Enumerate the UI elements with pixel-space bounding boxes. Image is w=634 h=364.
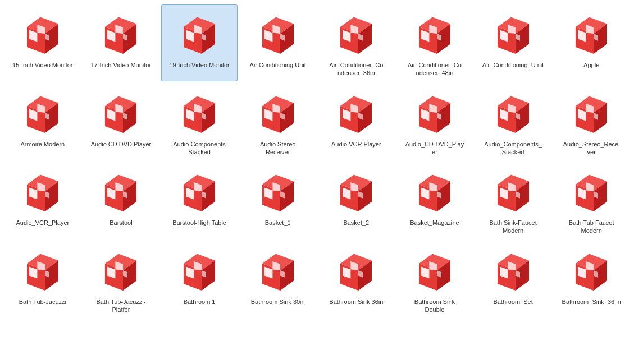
item-icon-2 [95,8,146,59]
item-label-15: Audio_Components_ Stacked [482,140,544,156]
item-label-2: 17-Inch Video Monitor [91,61,151,69]
item-label-18: Barstool [110,219,132,227]
item-label-5: Air_Conditioner_Co ndenser_36in [325,61,387,77]
item-icon-29 [331,245,381,296]
item-label-29: Bathroom Sink 36in [329,298,383,306]
grid-item-12[interactable]: Audio Stereo Receiver [240,84,316,160]
grid-item-20[interactable]: Basket_1 [240,162,316,239]
item-icon-7 [488,8,539,59]
item-label-14: Audio_CD-DVD_Play er [404,140,466,156]
grid-item-23[interactable]: Bath Sink-Faucet Modern [475,162,551,239]
item-label-30: Bathroom Sink Double [404,298,466,314]
grid-item-13[interactable]: Audio VCR Player [318,84,395,160]
grid-item-21[interactable]: Basket_2 [318,162,395,239]
item-icon-10 [95,87,146,138]
item-label-24: Bath Tub Faucet Modern [560,219,622,235]
item-icon-30 [409,245,460,296]
file-grid: 15-Inch Video Monitor 17-Inch Video Moni… [0,0,634,322]
grid-item-1[interactable]: 15-Inch Video Monitor [4,4,81,81]
item-icon-1 [17,8,68,59]
grid-item-6[interactable]: Air_Conditioner_Co ndenser_48in [396,4,473,81]
grid-item-28[interactable]: Bathroom Sink 30in [240,241,316,318]
item-label-7: Air_Conditioning_U nit [482,61,544,69]
grid-item-32[interactable]: Bathroom_Sink_36i n [553,241,630,318]
item-label-1: 15-Inch Video Monitor [12,61,72,69]
grid-item-19[interactable]: Barstool-High Table [161,162,238,239]
item-label-10: Audio CD DVD Player [91,140,152,148]
item-label-27: Bathroom 1 [184,298,216,306]
grid-item-16[interactable]: Audio_Stereo_Recei ver [553,84,630,160]
item-icon-24 [566,166,617,216]
item-label-12: Audio Stereo Receiver [247,140,309,156]
item-icon-28 [253,245,303,296]
item-label-20: Basket_1 [265,219,291,227]
item-label-31: Bathroom_Set [493,298,532,306]
grid-item-30[interactable]: Bathroom Sink Double [396,241,473,318]
item-icon-14 [409,87,460,138]
item-label-13: Audio VCR Player [331,140,381,148]
item-label-17: Audio_VCR_Player [16,219,69,227]
grid-item-22[interactable]: Basket_Magazine [396,162,473,239]
item-icon-27 [174,245,225,296]
item-label-16: Audio_Stereo_Recei ver [560,140,622,156]
item-icon-16 [566,87,617,138]
grid-item-31[interactable]: Bathroom_Set [475,241,551,318]
grid-item-24[interactable]: Bath Tub Faucet Modern [553,162,630,239]
item-icon-4 [253,8,303,59]
grid-item-9[interactable]: Armoire Modern [4,84,81,160]
grid-item-14[interactable]: Audio_CD-DVD_Play er [396,84,473,160]
item-label-32: Bathroom_Sink_36i n [562,298,621,306]
item-label-8: Apple [583,61,599,69]
item-icon-25 [17,245,68,296]
item-icon-5 [331,8,381,59]
grid-item-25[interactable]: Bath Tub-Jacuzzi [4,241,81,318]
item-label-22: Basket_Magazine [410,219,459,227]
grid-item-8[interactable]: Apple [553,4,630,81]
grid-item-15[interactable]: Audio_Components_ Stacked [475,84,551,160]
item-icon-8 [566,8,617,59]
item-label-11: Audio Components Stacked [168,140,230,156]
grid-item-18[interactable]: Barstool [83,162,159,239]
item-label-9: Armoire Modern [20,140,65,148]
item-label-28: Bathroom Sink 30in [251,298,305,306]
item-icon-15 [488,87,539,138]
grid-item-5[interactable]: Air_Conditioner_Co ndenser_36in [318,4,395,81]
grid-item-29[interactable]: Bathroom Sink 36in [318,241,395,318]
item-icon-21 [331,166,381,216]
item-label-21: Basket_2 [343,219,369,227]
item-icon-3 [174,8,225,59]
item-label-23: Bath Sink-Faucet Modern [482,219,544,235]
item-icon-12 [253,87,303,138]
item-icon-26 [95,245,146,296]
item-icon-31 [488,245,539,296]
item-icon-11 [174,87,225,138]
item-icon-9 [17,87,68,138]
item-icon-6 [409,8,460,59]
grid-item-27[interactable]: Bathroom 1 [161,241,238,318]
item-label-4: Air Conditioning Unit [250,61,306,69]
item-icon-20 [253,166,303,216]
grid-item-3[interactable]: 19-Inch Video Monitor [161,4,238,81]
item-label-6: Air_Conditioner_Co ndenser_48in [404,61,466,77]
item-label-19: Barstool-High Table [172,219,226,227]
item-icon-23 [488,166,539,216]
item-label-25: Bath Tub-Jacuzzi [19,298,66,306]
item-icon-17 [17,166,68,216]
item-icon-13 [331,87,381,138]
grid-item-2[interactable]: 17-Inch Video Monitor [83,4,159,81]
grid-item-7[interactable]: Air_Conditioning_U nit [475,4,551,81]
item-icon-19 [174,166,225,216]
item-label-3: 19-Inch Video Monitor [169,61,229,69]
grid-item-4[interactable]: Air Conditioning Unit [240,4,316,81]
item-label-26: Bath Tub-Jacuzzi-Platfor [90,298,152,314]
item-icon-18 [95,166,146,216]
grid-item-17[interactable]: Audio_VCR_Player [4,162,81,239]
item-icon-32 [566,245,617,296]
grid-item-10[interactable]: Audio CD DVD Player [83,84,159,160]
grid-item-11[interactable]: Audio Components Stacked [161,84,238,160]
grid-item-26[interactable]: Bath Tub-Jacuzzi-Platfor [83,241,159,318]
item-icon-22 [409,166,460,216]
